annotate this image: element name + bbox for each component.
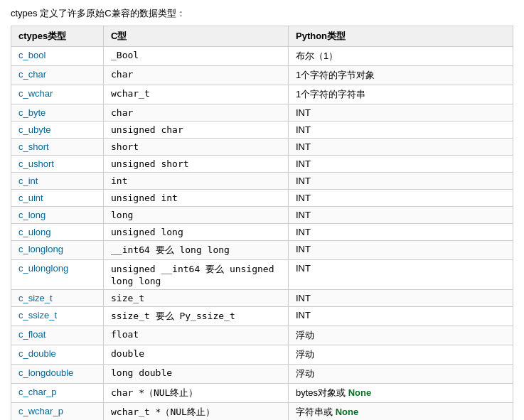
python-type-cell: 浮动 [289, 365, 513, 384]
table-row: c_charchar1个字符的字节对象 [11, 66, 513, 85]
c-type-cell: long [104, 207, 289, 224]
ctypes-cell: c_short [11, 139, 104, 156]
table-row: c_longlongINT [11, 207, 513, 224]
python-type-cell: INT [289, 156, 513, 173]
col-header-c: C型 [104, 26, 289, 47]
ctypes-cell: c_char_p [11, 384, 104, 403]
c-type-cell: double [104, 345, 289, 365]
ctypes-cell: c_ubyte [11, 122, 104, 139]
c-type-cell: unsigned char [104, 122, 289, 139]
ctypes-cell: c_ulong [11, 224, 104, 241]
python-type-cell: INT [289, 207, 513, 224]
ctypes-cell: c_float [11, 326, 104, 345]
python-type-cell: INT [289, 173, 513, 190]
python-type-cell: INT [289, 190, 513, 207]
table-row: c_ssize_tssize_t 要么 Py_ssize_tINT [11, 307, 513, 326]
ctypes-cell: c_ushort [11, 156, 104, 173]
none-keyword: None [336, 406, 359, 417]
table-row: c_bytecharINT [11, 104, 513, 122]
ctypes-cell: c_int [11, 173, 104, 190]
none-keyword: None [348, 387, 372, 398]
c-type-cell: _Bool [104, 47, 289, 66]
python-type-cell: 布尔（1） [289, 47, 513, 66]
python-type-cell: 字符串或 None [289, 403, 513, 421]
c-type-cell: unsigned long [104, 224, 289, 241]
python-type-cell: INT [289, 104, 513, 122]
python-type-cell: 浮动 [289, 326, 513, 345]
ctypes-cell: c_ulonglong [11, 260, 104, 290]
c-type-cell: unsigned int [104, 190, 289, 207]
python-type-cell: INT [289, 241, 513, 260]
c-type-cell: wchar_t [104, 85, 289, 104]
ctypes-cell: c_long [11, 207, 104, 224]
ctypes-cell: c_ssize_t [11, 307, 104, 326]
table-row: c_intintINT [11, 173, 513, 190]
c-type-cell: short [104, 139, 289, 156]
c-type-cell: __int64 要么 long long [104, 241, 289, 260]
c-type-cell: char *（NUL终止） [104, 384, 289, 403]
table-row: c_ulongunsigned longINT [11, 224, 513, 241]
c-type-cell: ssize_t 要么 Py_ssize_t [104, 307, 289, 326]
table-row: c_ushortunsigned shortINT [11, 156, 513, 173]
ctypes-cell: c_bool [11, 47, 104, 66]
python-type-cell: 浮动 [289, 345, 513, 365]
ctypes-cell: c_wchar_p [11, 403, 104, 421]
table-row: c_floatfloat浮动 [11, 326, 513, 345]
table-row: c_bool_Bool布尔（1） [11, 47, 513, 66]
table-row: c_ubyteunsigned charINT [11, 122, 513, 139]
ctypes-cell: c_longlong [11, 241, 104, 260]
col-header-python: Python类型 [289, 26, 513, 47]
c-type-cell: size_t [104, 290, 289, 307]
table-row: c_longlong__int64 要么 long longINT [11, 241, 513, 260]
python-type-cell: INT [289, 122, 513, 139]
ctypes-cell: c_char [11, 66, 104, 85]
table-row: c_char_pchar *（NUL终止）bytes对象或 None [11, 384, 513, 403]
python-type-cell: INT [289, 139, 513, 156]
ctypes-cell: c_size_t [11, 290, 104, 307]
python-type-text: 字符串或 [296, 406, 336, 417]
col-header-ctypes: ctypes类型 [11, 26, 104, 47]
c-type-cell: unsigned short [104, 156, 289, 173]
python-type-cell: INT [289, 307, 513, 326]
ctypes-cell: c_byte [11, 104, 104, 122]
table-row: c_shortshortINT [11, 139, 513, 156]
python-type-cell: INT [289, 260, 513, 290]
ctypes-cell: c_wchar [11, 85, 104, 104]
c-type-cell: float [104, 326, 289, 345]
table-row: c_longdoublelong double浮动 [11, 365, 513, 384]
python-type-cell: INT [289, 224, 513, 241]
c-type-cell: char [104, 104, 289, 122]
table-row: c_uintunsigned intINT [11, 190, 513, 207]
table-row: c_size_tsize_tINT [11, 290, 513, 307]
python-type-cell: bytes对象或 None [289, 384, 513, 403]
python-type-cell: 1个字符的字节对象 [289, 66, 513, 85]
table-row: c_wcharwchar_t1个字符的字符串 [11, 85, 513, 104]
intro-text: ctypes 定义了许多原始C兼容的数据类型： [11, 7, 513, 20]
ctypes-cell: c_longdouble [11, 365, 104, 384]
python-type-cell: 1个字符的字符串 [289, 85, 513, 104]
table-row: c_wchar_pwchar_t *（NUL终止）字符串或 None [11, 403, 513, 421]
c-type-cell: int [104, 173, 289, 190]
c-type-cell: wchar_t *（NUL终止） [104, 403, 289, 421]
python-type-cell: INT [289, 290, 513, 307]
ctypes-cell: c_double [11, 345, 104, 365]
table-row: c_doubledouble浮动 [11, 345, 513, 365]
table-header-row: ctypes类型 C型 Python类型 [11, 26, 513, 47]
ctypes-table: ctypes类型 C型 Python类型 c_bool_Bool布尔（1）c_c… [11, 26, 513, 420]
table-row: c_ulonglongunsigned __int64 要么 unsigned … [11, 260, 513, 290]
c-type-cell: unsigned __int64 要么 unsigned long long [104, 260, 289, 290]
python-type-text: bytes对象或 [296, 387, 348, 398]
ctypes-cell: c_uint [11, 190, 104, 207]
c-type-cell: long double [104, 365, 289, 384]
c-type-cell: char [104, 66, 289, 85]
